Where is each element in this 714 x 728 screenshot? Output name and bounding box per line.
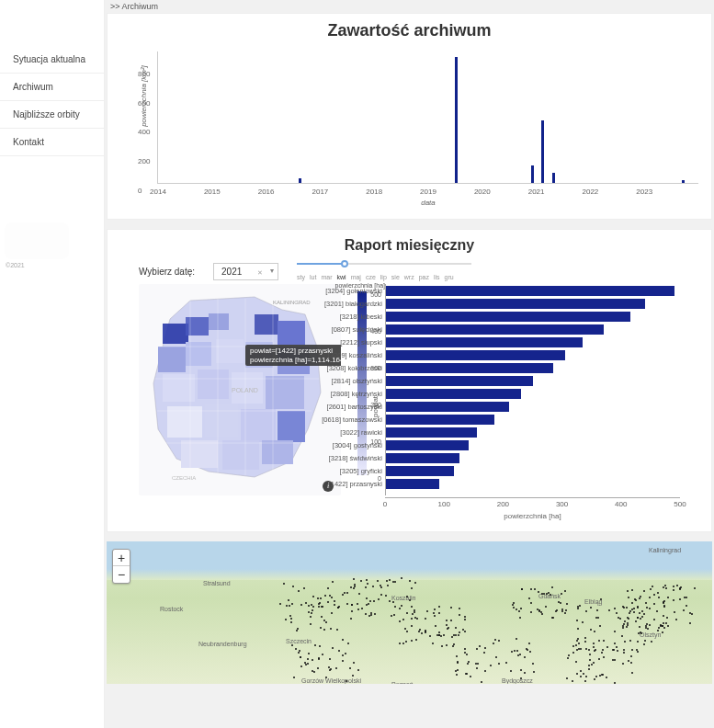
- month-sty[interactable]: sty: [297, 274, 305, 280]
- hbar-bar: [386, 376, 533, 386]
- hbar-label: [3218] świdwiński: [303, 454, 386, 462]
- footer-text: ©2021: [6, 262, 25, 268]
- hbar-bar: [386, 479, 439, 489]
- hbar-label: [2601] bartoszycki: [303, 403, 386, 411]
- svg-rect-3: [255, 314, 278, 335]
- city-label: Gorzów Wielkopolski: [301, 677, 361, 684]
- leaflet-map[interactable]: + − KaliningradRostockSzczecinGdańskOlsz…: [107, 541, 712, 684]
- hbar-label: [3004] gostyński: [303, 441, 386, 449]
- year-value: 2021: [221, 267, 242, 277]
- sidebar-item-current[interactable]: Sytuacja aktualna: [0, 46, 104, 74]
- svg-rect-0: [163, 324, 188, 344]
- hbar-label: [2212] słupski: [303, 338, 386, 347]
- hbar-label: [3022] rawicki: [303, 428, 386, 437]
- sidebar-minimap: [5, 222, 69, 259]
- hbar-label: [2814] olsztyński: [303, 377, 386, 385]
- archive-bar: [552, 173, 555, 183]
- date-label: Wybierz datę:: [139, 267, 195, 277]
- city-label: Poznań: [391, 681, 414, 684]
- zoom-out-button[interactable]: −: [113, 566, 130, 583]
- hbar-bar: [386, 286, 674, 296]
- city-label: Rostock: [160, 606, 183, 612]
- city-label: Bydgoszcz: [502, 677, 533, 684]
- archive-panel: Zawartość archiwum powierzchnia [km²] 02…: [107, 13, 712, 220]
- hbar-bar: [386, 440, 469, 450]
- year-select[interactable]: 2021 ✕: [213, 263, 278, 280]
- hbar-bar: [386, 402, 509, 412]
- svg-rect-11: [198, 370, 229, 399]
- svg-rect-2: [209, 313, 229, 330]
- archive-chart[interactable]: powierzchnia [km²] 0200400600800 2014201…: [139, 46, 698, 211]
- svg-text:POLAND: POLAND: [232, 387, 258, 393]
- svg-rect-19: [222, 440, 259, 470]
- sidebar-menu: Sytuacja aktualna Archiwum Najbliższe or…: [0, 46, 104, 156]
- archive-title: Zawartość archiwum: [111, 21, 708, 40]
- sidebar: Sytuacja aktualna Archiwum Najbliższe or…: [0, 0, 105, 728]
- svg-rect-16: [241, 409, 276, 442]
- hbar-chart[interactable]: powiat [3204] goleniowski[3201] białogar…: [385, 284, 680, 520]
- month-kwi[interactable]: kwi: [337, 274, 346, 280]
- sidebar-item-archive[interactable]: Archiwum: [0, 74, 104, 101]
- report-title: Raport miesięczny: [111, 237, 708, 254]
- svg-rect-15: [205, 404, 238, 437]
- hbar-bar: [386, 427, 477, 438]
- month-lip[interactable]: lip: [380, 274, 387, 280]
- svg-rect-17: [278, 411, 305, 442]
- archive-bar: [541, 120, 544, 183]
- report-panel: Raport miesięczny Wybierz datę: 2021 ✕ s…: [107, 229, 712, 532]
- hbar-bar: [386, 350, 565, 360]
- month-sie[interactable]: sie: [391, 274, 400, 280]
- month-maj[interactable]: maj: [351, 274, 361, 280]
- month-lut[interactable]: lut: [310, 274, 316, 280]
- svg-rect-13: [266, 376, 304, 409]
- hbar-label: [3218] łobeski: [303, 313, 386, 321]
- report-controls: Wybierz datę: 2021 ✕ stylutmarkwimajczel…: [111, 259, 708, 284]
- hbar-bar: [386, 389, 521, 399]
- sidebar-item-orbits[interactable]: Najbliższe orbity: [0, 101, 104, 129]
- hbar-bar: [386, 337, 583, 347]
- city-label: Stralsund: [203, 580, 231, 586]
- hbar-bar: [386, 299, 645, 309]
- hbar-bar: [386, 466, 454, 476]
- svg-rect-20: [262, 440, 293, 464]
- hbar-label: [3205] gryficki: [303, 467, 386, 475]
- month-lis[interactable]: lis: [434, 274, 440, 280]
- city-label: Kaliningrad: [649, 547, 681, 553]
- city-label: Koszalin: [391, 595, 415, 601]
- month-cze[interactable]: cze: [366, 274, 376, 280]
- month-wrz[interactable]: wrz: [404, 274, 414, 280]
- hbar-bar: [386, 363, 553, 373]
- archive-xlabel: data: [421, 199, 436, 207]
- logo: [9, 7, 74, 44]
- month-gru[interactable]: gru: [445, 274, 454, 280]
- hbar-xlabel: powierzchnia [ha]: [385, 512, 680, 520]
- hbar-bar: [386, 453, 459, 463]
- month-paz[interactable]: paz: [419, 274, 429, 280]
- breadcrumb: >> Archiwum: [105, 0, 714, 13]
- svg-rect-10: [163, 374, 195, 402]
- svg-rect-5: [158, 347, 186, 372]
- hbar-label: [3204] goleniowski: [303, 287, 386, 295]
- hbar-label: [3201] białogardzki: [303, 300, 386, 308]
- hbar-label: [1422] przasnyski: [303, 480, 386, 488]
- hbar-bar: [386, 312, 630, 322]
- svg-text:CZECHIA: CZECHIA: [172, 475, 196, 481]
- svg-rect-18: [181, 440, 218, 468]
- hbar-label: [3208] kołobrzeski: [303, 364, 386, 372]
- hbar-label: [0807] sulęciński: [303, 325, 386, 334]
- svg-rect-1: [186, 317, 209, 336]
- archive-bar: [531, 165, 534, 183]
- city-label: Szczecin: [286, 638, 312, 644]
- sidebar-item-contact[interactable]: Kontakt: [0, 129, 104, 156]
- hbar-bar: [386, 415, 494, 425]
- archive-plot: 0200400600800 20142015201620172018201920…: [157, 51, 698, 184]
- hbar-bar: [386, 324, 604, 335]
- archive-bar: [682, 180, 685, 183]
- month-slider[interactable]: stylutmarkwimajczelipsiewrzpazlisgru: [297, 263, 471, 280]
- main: >> Archiwum Zawartość archiwum powierzch…: [105, 0, 714, 728]
- month-mar[interactable]: mar: [321, 274, 332, 280]
- hbar-label: [2808] kętrzyński: [303, 390, 386, 398]
- city-label: Neubrandenburg: [198, 641, 247, 647]
- zoom-in-button[interactable]: +: [113, 550, 130, 566]
- poland-svg: KALININGRAD POLAND CZECHIA: [144, 291, 328, 484]
